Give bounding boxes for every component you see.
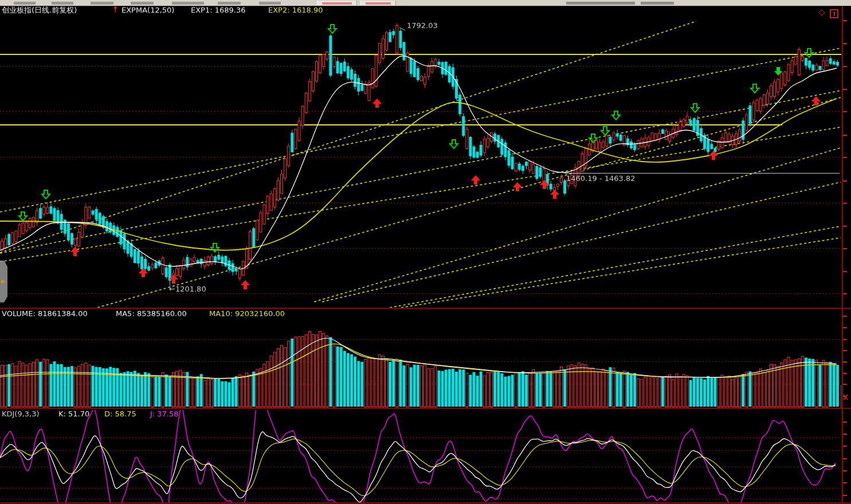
symbol-title: 创业板指(日线.前复权) <box>2 6 77 14</box>
menu-item[interactable] <box>14 2 36 5</box>
menu-item[interactable] <box>218 2 241 5</box>
annotation-peak-price: 1792.03 <box>407 22 438 29</box>
panel-arrow-icon: ▶ <box>1 278 5 284</box>
menubar[interactable] <box>0 0 851 6</box>
chart-canvas[interactable] <box>0 0 851 504</box>
stock-chart-window: { "header": { "symbol": "创业板指(日线.前复权)", … <box>0 0 851 504</box>
menu-item[interactable] <box>52 2 73 5</box>
kdj-indicator-label[interactable]: KDJ(9,3,3) <box>2 410 40 418</box>
buy-signal-arrow-icon: ↑ <box>112 6 119 13</box>
annotation-low-price: ←1201.80 <box>169 285 206 293</box>
close-icon[interactable]: X <box>843 393 848 401</box>
kdj-d-value: D: 58.75 <box>104 410 136 418</box>
indicator-label[interactable]: EXPMA(12,50) <box>121 6 174 14</box>
menu-item[interactable] <box>91 2 113 5</box>
exp2-value: EXP2: 1618.90 <box>268 6 323 14</box>
volume-ma5-value: MA5: 85385160.00 <box>116 310 187 317</box>
menu-item[interactable] <box>259 2 281 5</box>
menu-button-red[interactable] <box>317 1 357 5</box>
window-restore-icon[interactable] <box>830 9 838 18</box>
kdj-k-value: K: 51.70 <box>58 410 89 418</box>
volume-ma10-value: MA10: 92032160.00 <box>209 310 285 317</box>
menu-button-red[interactable] <box>360 1 396 5</box>
volume-value: VOLUME: 81861384.00 <box>2 310 88 317</box>
annotation-range-price: 1460.19 - 1463.82 <box>566 175 635 182</box>
diamond-icon[interactable]: ◇ <box>818 8 825 17</box>
menu-item[interactable] <box>131 2 154 5</box>
sidebar-expand-handle[interactable]: ▶ <box>0 261 7 302</box>
kdj-j-value: J: 37.58 <box>150 410 179 418</box>
menu-status-text <box>641 2 674 5</box>
menu-item[interactable] <box>172 2 204 5</box>
exp1-value: EXP1: 1689.36 <box>191 6 246 14</box>
menu-status-text <box>566 2 635 5</box>
